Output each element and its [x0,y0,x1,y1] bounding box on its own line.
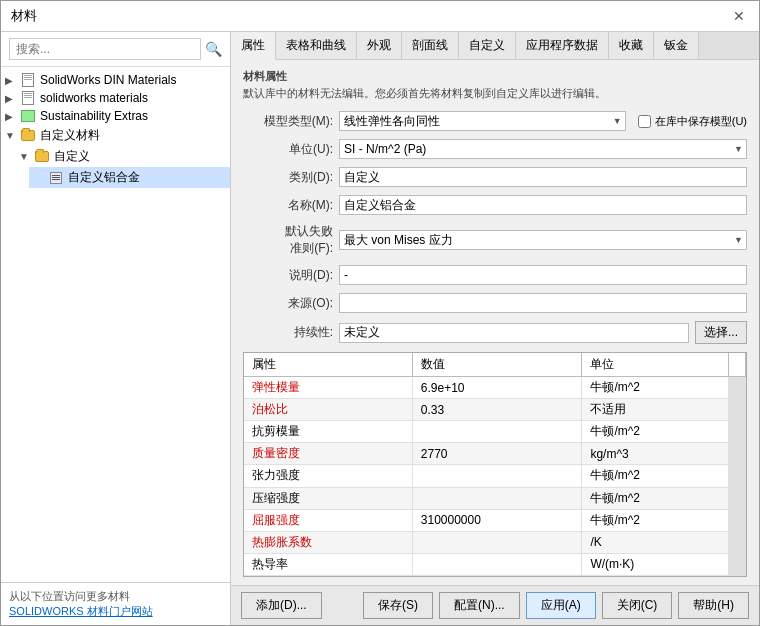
right-panel: 属性 表格和曲线 外观 剖面线 自定义 应用程序数据 收藏 钣金 材料属性 默认… [231,32,759,625]
table-row[interactable]: 热膨胀系数/K [244,531,746,553]
tree-label: 自定义材料 [40,127,100,144]
search-icon: 🔍 [205,41,222,57]
units-select-wrapper: SI - N/m^2 (Pa) [339,139,747,159]
tree-item-sustainability[interactable]: ▶ Sustainability Extras [1,107,230,125]
prop-name-cell: 张力强度 [244,465,412,487]
tab-sheetmetal[interactable]: 钣金 [654,32,699,59]
tree-arrow: ▶ [5,75,19,86]
props-table-area: 属性 数值 单位 弹性模量6.9e+10牛顿/m^2泊松比0.33不适用抗剪模量… [243,352,747,577]
props-table: 属性 数值 单位 弹性模量6.9e+10牛顿/m^2泊松比0.33不适用抗剪模量… [244,353,746,576]
name-row: 名称(M): [243,195,747,215]
model-type-select-wrapper: 线性弹性各向同性 [339,111,626,131]
right-content: 材料属性 默认库中的材料无法编辑。您必须首先将材料复制到自定义库以进行编辑。 模… [231,60,759,585]
continuity-input[interactable] [339,323,689,343]
description-row: 说明(D): [243,265,747,285]
prop-value-cell[interactable] [412,465,582,487]
name-label: 名称(M): [243,197,333,214]
source-label: 来源(O): [243,295,333,312]
prop-name-cell: 抗剪模量 [244,421,412,443]
save-model-checkbox[interactable] [638,115,651,128]
source-row: 来源(O): [243,293,747,313]
save-button[interactable]: 保存(S) [363,592,433,619]
bottom-left: 添加(D)... [241,592,322,619]
col-header-unit: 单位 [582,353,729,377]
units-select[interactable]: SI - N/m^2 (Pa) [339,139,747,159]
prop-value-cell[interactable]: 6.9e+10 [412,377,582,399]
category-label: 类别(D): [243,169,333,186]
source-input[interactable] [339,293,747,313]
table-row[interactable]: 热导率W/(m·K) [244,553,746,575]
failure-select[interactable]: 最大 von Mises 应力 [339,230,747,250]
prop-name-cell: 泊松比 [244,399,412,421]
category-input[interactable] [339,167,747,187]
table-row[interactable]: 屈服强度310000000牛顿/m^2 [244,509,746,531]
table-row[interactable]: 压缩强度牛顿/m^2 [244,487,746,509]
tree-item-custom-materials[interactable]: ▼ 自定义材料 [1,125,230,146]
prop-value-cell[interactable]: 0.33 [412,399,582,421]
prop-unit-cell: 牛顿/m^2 [582,465,729,487]
name-input[interactable] [339,195,747,215]
prop-value-cell[interactable] [412,553,582,575]
left-panel: 🔍 ▶ SolidWorks DIN Materials ▶ solidwork… [1,32,231,625]
prop-name-cell: 热导率 [244,553,412,575]
prop-value-cell[interactable] [412,487,582,509]
model-type-select[interactable]: 线性弹性各向同性 [339,111,626,131]
tree-label: Sustainability Extras [40,109,148,123]
close-button[interactable]: 关闭(C) [602,592,673,619]
tree-label: solidworks materials [40,91,148,105]
title-bar: 材料 ✕ [1,1,759,32]
tab-tables[interactable]: 表格和曲线 [276,32,357,59]
folder-icon [19,129,37,143]
prop-value-cell[interactable]: 310000000 [412,509,582,531]
description-input[interactable] [339,265,747,285]
prop-value-cell[interactable] [412,531,582,553]
tab-properties[interactable]: 属性 [231,32,276,60]
tabs-bar: 属性 表格和曲线 外观 剖面线 自定义 应用程序数据 收藏 钣金 [231,32,759,60]
prop-unit-cell: /K [582,531,729,553]
tree-area: ▶ SolidWorks DIN Materials ▶ solidworks … [1,67,230,582]
tab-favorites[interactable]: 收藏 [609,32,654,59]
col-header-property: 属性 [244,353,412,377]
bottom-buttons: 保存(S) 配置(N)... 应用(A) 关闭(C) 帮助(H) [363,592,749,619]
table-row[interactable]: 泊松比0.33不适用 [244,399,746,421]
tab-appearance[interactable]: 外观 [357,32,402,59]
tree-item-solidworks-materials[interactable]: ▶ solidworks materials [1,89,230,107]
tree-arrow: ▼ [19,151,33,162]
close-window-button[interactable]: ✕ [729,8,749,24]
tree-item-custom[interactable]: ▼ 自定义 [15,146,230,167]
table-row[interactable]: 弹性模量6.9e+10牛顿/m^2 [244,377,746,399]
prop-value-cell[interactable] [412,421,582,443]
prop-name-cell: 屈服强度 [244,509,412,531]
prop-value-cell[interactable]: 2770 [412,443,582,465]
bottom-bar: 添加(D)... 保存(S) 配置(N)... 应用(A) 关闭(C) 帮助(H… [231,585,759,625]
material-notice-title: 材料属性 [243,68,747,85]
configure-button[interactable]: 配置(N)... [439,592,520,619]
prop-name-cell: 弹性模量 [244,377,412,399]
tab-custom[interactable]: 自定义 [459,32,516,59]
help-button[interactable]: 帮助(H) [678,592,749,619]
choose-button[interactable]: 选择... [695,321,747,344]
bottom-link-url[interactable]: SOLIDWORKS 材料门户网站 [9,604,222,619]
material-dialog: 材料 ✕ 🔍 ▶ SolidWorks DIN Materials ▶ [0,0,760,626]
tree-arrow: ▶ [5,111,19,122]
tree-arrow: ▼ [5,130,19,141]
search-bar: 🔍 [1,32,230,67]
material-notice-text: 默认库中的材料无法编辑。您必须首先将材料复制到自定义库以进行编辑。 [243,85,747,102]
apply-button[interactable]: 应用(A) [526,592,596,619]
tab-crosssection[interactable]: 剖面线 [402,32,459,59]
table-row[interactable]: 质量密度2770kg/m^3 [244,443,746,465]
add-button[interactable]: 添加(D)... [241,592,322,619]
table-row[interactable]: 抗剪模量牛顿/m^2 [244,421,746,443]
failure-row: 默认失败 准则(F): 最大 von Mises 应力 [243,223,747,257]
green-doc-icon [19,109,37,123]
model-type-label: 模型类型(M): [243,113,333,130]
tab-appdata[interactable]: 应用程序数据 [516,32,609,59]
table-row[interactable]: 张力强度牛顿/m^2 [244,465,746,487]
prop-unit-cell: 牛顿/m^2 [582,487,729,509]
search-input[interactable] [9,38,201,60]
prop-unit-cell: W/(m·K) [582,553,729,575]
tree-item-custom-aluminum[interactable]: 自定义铝合金 [29,167,230,188]
tree-item-solidworks-din[interactable]: ▶ SolidWorks DIN Materials [1,71,230,89]
prop-unit-cell: 不适用 [582,399,729,421]
units-label: 单位(U): [243,141,333,158]
